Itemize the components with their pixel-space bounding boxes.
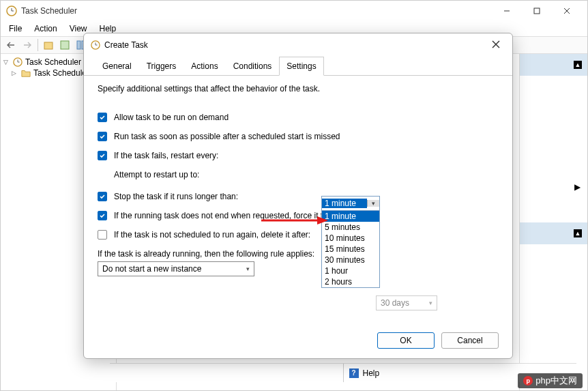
- label-allow-on-demand: Allow task to be run on demand: [114, 113, 229, 122]
- tab-strip: General Triggers Actions Conditions Sett…: [84, 57, 512, 76]
- separator: [38, 39, 38, 51]
- actions-header-top: ▲: [520, 54, 587, 76]
- create-task-dialog: Create Task General Triggers Actions Con…: [83, 33, 513, 359]
- collapse-icon[interactable]: ▲: [574, 229, 582, 237]
- tab-conditions[interactable]: Conditions: [226, 57, 280, 76]
- watermark-text: php中文网: [535, 375, 577, 387]
- row-stop-longer: Stop the task if it runs longer than:: [98, 192, 499, 201]
- dialog-body: Specify additional settings that affect …: [84, 76, 512, 323]
- actions-body: ▶: [520, 76, 587, 222]
- restart-every-select[interactable]: 1 minute ▾ 1 minute 5 minutes 10 minutes…: [321, 196, 380, 288]
- svg-rect-8: [61, 41, 69, 49]
- checkbox-stop-longer[interactable]: [98, 192, 107, 201]
- settings-description: Specify additional settings that affect …: [98, 84, 499, 93]
- checkbox-run-asap[interactable]: [98, 132, 107, 141]
- tab-actions[interactable]: Actions: [183, 57, 225, 76]
- dropdown-list: 1 minute 5 minutes 10 minutes 15 minutes…: [322, 210, 379, 287]
- dropdown-option[interactable]: 15 minutes: [322, 244, 379, 255]
- tab-triggers[interactable]: Triggers: [139, 57, 184, 76]
- clock-icon: [13, 57, 23, 67]
- row-attempt-up-to: Attempt to restart up to:: [114, 170, 499, 179]
- svg-rect-7: [44, 42, 53, 49]
- tab-settings[interactable]: Settings: [279, 57, 323, 76]
- label-delete-after: If the task is not scheduled to run agai…: [114, 230, 310, 240]
- tree-root-label: Task Scheduler (L: [25, 57, 91, 67]
- svg-rect-4: [534, 8, 540, 14]
- label-stop-longer: Stop the task if it runs longer than:: [114, 192, 238, 201]
- folder-icon: [21, 68, 31, 78]
- row-delete-after: If the task is not scheduled to run agai…: [98, 230, 499, 240]
- tree-child-label: Task Schedule: [33, 68, 87, 78]
- row-run-asap: Run task as soon as possible after a sch…: [98, 132, 499, 141]
- row-restart-every: If the task fails, restart every:: [98, 151, 499, 160]
- dropdown-option[interactable]: 5 minutes: [322, 222, 379, 233]
- delete-after-value: 30 days: [381, 298, 409, 308]
- watermark-icon: p: [523, 376, 533, 386]
- dropdown-option[interactable]: 1 hour: [322, 265, 379, 276]
- status-left: [110, 364, 344, 382]
- label-already-running: If the task is already running, then the…: [98, 249, 499, 259]
- label-restart-every: If the task fails, restart every:: [114, 151, 218, 160]
- main-titlebar: Task Scheduler: [1, 1, 587, 21]
- toolbar-icon-1[interactable]: [41, 38, 56, 53]
- caret-icon: ▷: [12, 70, 18, 76]
- checkbox-allow-on-demand[interactable]: [98, 113, 107, 122]
- delete-after-select: 30 days ▾: [376, 295, 437, 310]
- dialog-title: Create Task: [104, 40, 486, 50]
- rule-select[interactable]: Do not start a new instance ▾: [98, 261, 254, 276]
- status-bar: ? Help: [110, 363, 576, 382]
- maximize-button[interactable]: [522, 1, 552, 21]
- dropdown-option[interactable]: 1 minute: [322, 211, 379, 222]
- minimize-button[interactable]: [492, 1, 522, 21]
- rule-select-value: Do not start a new instance: [102, 264, 201, 274]
- checkbox-restart-every[interactable]: [98, 151, 107, 160]
- close-button[interactable]: [552, 1, 582, 21]
- actions-header-bottom: ▲: [520, 222, 587, 244]
- checkbox-force-stop[interactable]: [98, 211, 107, 220]
- label-force-stop: If the running task does not end when re…: [114, 211, 336, 220]
- main-title: Task Scheduler: [21, 6, 492, 16]
- dropdown-option[interactable]: 30 minutes: [322, 255, 379, 265]
- checkbox-delete-after[interactable]: [98, 230, 107, 240]
- clock-icon: [91, 40, 100, 50]
- row-force-stop: If the running task does not end when re…: [98, 211, 499, 220]
- cancel-button[interactable]: Cancel: [441, 332, 499, 349]
- select-display: 1 minute ▾: [322, 197, 379, 210]
- forward-button[interactable]: [20, 38, 35, 53]
- window-controls: [492, 1, 582, 21]
- label-run-asap: Run task as soon as possible after a sch…: [114, 132, 340, 141]
- help-label: Help: [363, 368, 380, 378]
- dialog-titlebar: Create Task: [84, 33, 512, 57]
- dialog-buttons: OK Cancel: [84, 323, 512, 358]
- back-button[interactable]: [3, 38, 18, 53]
- row-allow-on-demand: Allow task to be run on demand: [98, 113, 499, 122]
- actions-scroll[interactable]: ▶: [520, 178, 587, 196]
- caret-icon: ▽: [3, 59, 10, 66]
- chevron-down-icon[interactable]: ▾: [367, 200, 379, 207]
- watermark: p php中文网: [518, 373, 583, 388]
- chevron-down-icon: ▾: [429, 300, 432, 306]
- toolbar-icon-2[interactable]: [57, 38, 72, 53]
- clock-icon: [6, 5, 17, 16]
- actions-pane: ▲ ▶ ▲: [519, 54, 587, 390]
- menu-file[interactable]: File: [3, 23, 27, 35]
- menu-action[interactable]: Action: [29, 23, 62, 35]
- select-value: 1 minute: [322, 199, 367, 208]
- help-icon: ?: [349, 368, 359, 378]
- chevron-down-icon: ▾: [246, 265, 250, 272]
- label-attempt-up-to: Attempt to restart up to:: [114, 170, 199, 179]
- dropdown-option[interactable]: 2 hours: [322, 276, 379, 287]
- collapse-icon[interactable]: ▲: [574, 61, 582, 69]
- tab-general[interactable]: General: [95, 57, 139, 76]
- dialog-close-button[interactable]: [486, 37, 505, 53]
- dropdown-option[interactable]: 10 minutes: [322, 233, 379, 244]
- ok-button[interactable]: OK: [377, 332, 435, 349]
- svg-rect-9: [77, 41, 80, 49]
